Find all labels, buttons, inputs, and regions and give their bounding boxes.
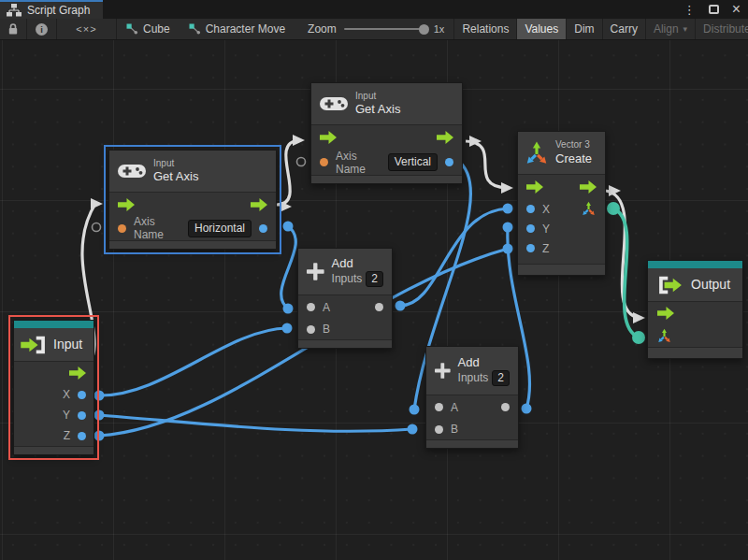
- lock-button[interactable]: [0, 19, 27, 39]
- node-get-axis-horizontal[interactable]: Input Get Axis Axis Name Horizontal: [108, 150, 277, 250]
- info-button[interactable]: i: [27, 19, 57, 39]
- node-add-2[interactable]: Add Inputs 2 A B: [425, 346, 519, 449]
- node-add-1[interactable]: Add Inputs 2 A B: [297, 248, 393, 349]
- node-footer: [14, 446, 94, 454]
- distribute-dropdown[interactable]: Distribute▾: [696, 19, 748, 39]
- value-out-port[interactable]: [445, 158, 453, 166]
- node-graph-output[interactable]: Output: [647, 260, 743, 359]
- wire-endpoint-dot: [410, 405, 420, 415]
- inputs-field[interactable]: 2: [366, 271, 383, 287]
- unconnected-port-indicator[interactable]: [297, 158, 306, 166]
- axis-name-field[interactable]: Vertical: [388, 153, 438, 171]
- z-in-port[interactable]: [526, 244, 535, 252]
- z-out-port[interactable]: [78, 432, 86, 440]
- node-title: Add: [458, 355, 510, 370]
- flow-in-port[interactable]: [320, 131, 337, 144]
- values-button[interactable]: Values: [517, 19, 567, 39]
- wire-endpoint-dot: [607, 202, 620, 215]
- close-icon[interactable]: ×: [732, 2, 741, 17]
- breadcrumb-label: Character Move: [206, 22, 285, 36]
- node-category: Input: [355, 91, 400, 103]
- value-out-port[interactable]: [259, 224, 267, 233]
- node-title: Add: [332, 256, 383, 271]
- graph-canvas[interactable]: Input Get Axis Axis Name Vertical: [0, 40, 748, 560]
- tab-title: Script Graph: [27, 4, 90, 17]
- relations-button[interactable]: Relations: [453, 19, 517, 39]
- node-footer: [426, 439, 518, 448]
- inputs-field[interactable]: 2: [492, 370, 510, 386]
- input-b-port[interactable]: [435, 425, 443, 434]
- breadcrumb-label: Cube: [143, 22, 170, 36]
- wire-endpoint-dot: [503, 223, 513, 233]
- variables-button[interactable]: <×>: [57, 19, 117, 39]
- flow-out-port[interactable]: [251, 198, 267, 211]
- flow-out-port[interactable]: [437, 131, 453, 144]
- vector-out-port[interactable]: [581, 201, 597, 217]
- unconnected-port-indicator[interactable]: [93, 223, 101, 232]
- maximize-icon[interactable]: [709, 5, 719, 14]
- align-dropdown[interactable]: Align▾: [646, 19, 696, 39]
- axis-name-port[interactable]: [118, 224, 126, 233]
- wire-get-axis-horizontal-flow-out--get-axis-vertical-flow-in[interactable]: [277, 140, 299, 205]
- sum-out-port[interactable]: [375, 303, 383, 311]
- input-a-port[interactable]: [307, 303, 315, 311]
- node-title: Create: [555, 151, 592, 166]
- breadcrumb-cube[interactable]: Cube: [117, 19, 180, 39]
- vector-in-port[interactable]: [656, 328, 672, 344]
- wire-get-axis-vertical-flow-out--vector3-create-flow-in[interactable]: [466, 141, 507, 188]
- node-title: Get Axis: [355, 102, 400, 117]
- dim-button[interactable]: Dim: [567, 19, 602, 39]
- input-a-port[interactable]: [435, 403, 443, 411]
- port-label: B: [451, 423, 458, 436]
- axis-name-port[interactable]: [320, 158, 328, 166]
- zoom-label: Zoom: [308, 22, 337, 36]
- axis-name-field[interactable]: Horizontal: [188, 220, 252, 237]
- x-in-port[interactable]: [526, 205, 535, 213]
- port-label: B: [323, 323, 330, 336]
- title-bar: Script Graph ⋮ ×: [0, 0, 748, 19]
- flow-in-port[interactable]: [118, 198, 135, 211]
- wire-graph-input-x--add-1-b[interactable]: [99, 328, 287, 395]
- gamepad-icon: [320, 95, 348, 112]
- svg-text:i: i: [40, 24, 43, 35]
- port-label: Z: [64, 429, 70, 442]
- subgraph-icon: [189, 23, 201, 36]
- wire-endpoint-dot: [632, 331, 645, 344]
- flow-in-port[interactable]: [657, 307, 674, 320]
- code-icon: <×>: [76, 23, 96, 35]
- wire-endpoint-dot: [503, 244, 513, 254]
- lock-icon: [7, 22, 19, 36]
- node-vector3-create[interactable]: Vector 3 Create X: [517, 131, 606, 276]
- y-in-port[interactable]: [526, 224, 535, 233]
- flow-out-port[interactable]: [69, 366, 86, 380]
- tab-script-graph[interactable]: Script Graph: [0, 0, 103, 19]
- zoom-slider[interactable]: [344, 28, 426, 30]
- wire-graph-input-y--add-2-b[interactable]: [99, 415, 412, 431]
- wire-get-axis-horizontal-value--add-1-a[interactable]: [281, 226, 296, 309]
- input-icon: [20, 335, 48, 355]
- node-graph-input[interactable]: Input X Y Z: [13, 320, 94, 455]
- node-get-axis-vertical[interactable]: Input Get Axis Axis Name Vertical: [310, 82, 463, 184]
- flow-in-port[interactable]: [526, 180, 543, 194]
- node-category: Input: [153, 158, 198, 170]
- window-menu-icon[interactable]: ⋮: [683, 4, 696, 16]
- flow-out-port[interactable]: [580, 180, 597, 194]
- param-label: Axis Name: [336, 150, 381, 176]
- breadcrumb-character-move[interactable]: Character Move: [180, 19, 295, 39]
- graph-toolbar: i <×> Cube Character Move Zoom: [0, 19, 748, 40]
- vector3-icon: [524, 140, 550, 166]
- wire-endpoint-dot: [94, 391, 105, 401]
- zoom-slider-handle[interactable]: [419, 24, 429, 35]
- carry-button[interactable]: Carry: [603, 19, 646, 39]
- input-b-port[interactable]: [307, 325, 315, 334]
- sum-out-port[interactable]: [501, 403, 510, 411]
- wire-endpoint-dot: [283, 304, 294, 314]
- info-icon: i: [35, 22, 49, 36]
- node-footer: [311, 175, 462, 183]
- node-title: Input: [53, 337, 82, 353]
- wire-add-1-sum--vector3-create-x[interactable]: [400, 208, 508, 306]
- x-out-port[interactable]: [78, 391, 86, 399]
- port-label: X: [542, 203, 550, 216]
- y-out-port[interactable]: [78, 411, 86, 420]
- output-icon: [656, 275, 684, 295]
